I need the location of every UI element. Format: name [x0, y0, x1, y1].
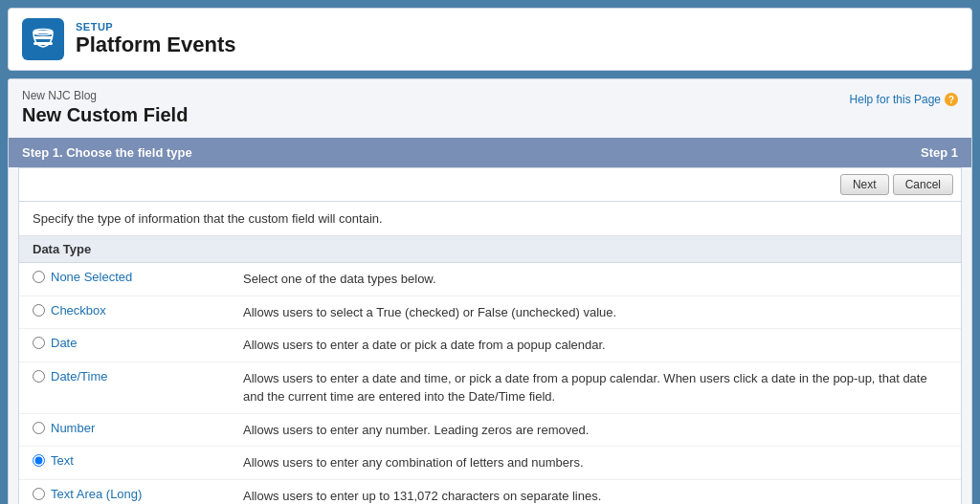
data-type-cell-label: Date	[19, 329, 230, 362]
radio-label-checkbox[interactable]: Checkbox	[33, 303, 216, 318]
radio-date[interactable]	[33, 337, 45, 349]
radio-checkbox[interactable]	[33, 304, 45, 317]
data-type-row: TextAllows users to enter any combinatio…	[19, 447, 961, 480]
data-type-cell-desc: Allows users to enter any number. Leadin…	[230, 413, 961, 447]
radio-number[interactable]	[33, 422, 45, 434]
data-type-cell-desc: Allows users to enter up to 131,072 char…	[230, 479, 961, 504]
header-text: SETUP Platform Events	[76, 21, 236, 57]
data-type-cell-desc: Allows users to enter any combination of…	[230, 447, 961, 480]
help-link-text: Help for this Page	[850, 93, 941, 106]
svg-rect-0	[33, 31, 53, 33]
page-subtitle: New Custom Field	[22, 104, 188, 126]
content-area: Next Cancel Specify the type of informat…	[18, 167, 962, 504]
data-type-row: None SelectedSelect one of the data type…	[19, 263, 961, 296]
radio-label-none[interactable]: None Selected	[33, 270, 216, 284]
data-type-header: Data Type	[19, 236, 961, 263]
data-type-row: CheckboxAllows users to select a True (c…	[19, 296, 961, 329]
page-header-left: New NJC Blog New Custom Field	[22, 89, 188, 126]
svg-rect-1	[33, 36, 53, 39]
top-button-bar: Next Cancel	[19, 168, 961, 202]
step-label: Step 1	[921, 145, 958, 160]
description-text: Specify the type of information that the…	[19, 202, 961, 236]
help-icon: ?	[945, 93, 958, 106]
radio-text-textarea: Text Area (Long)	[51, 487, 142, 501]
radio-label-date[interactable]: Date	[33, 336, 216, 350]
breadcrumb: New NJC Blog	[22, 89, 188, 102]
data-type-cell-desc: Select one of the data types below.	[230, 263, 961, 296]
radio-label-textarea[interactable]: Text Area (Long)	[33, 487, 216, 501]
cancel-button-top[interactable]: Cancel	[893, 174, 953, 195]
app-header: SETUP Platform Events	[8, 8, 972, 71]
data-type-row: Text Area (Long)Allows users to enter up…	[19, 479, 961, 504]
help-link[interactable]: Help for this Page ?	[850, 93, 958, 106]
radio-text-number: Number	[51, 421, 95, 435]
app-icon	[22, 18, 64, 60]
data-type-row: Date/TimeAllows users to enter a date an…	[19, 362, 961, 413]
data-type-cell-label: Text	[19, 447, 230, 480]
radio-text-checkbox: Checkbox	[51, 303, 106, 318]
data-type-table: None SelectedSelect one of the data type…	[19, 263, 961, 504]
radio-label-text[interactable]: Text	[33, 453, 216, 468]
data-type-cell-label: Text Area (Long)	[19, 479, 230, 504]
radio-datetime[interactable]	[33, 370, 45, 383]
radio-text-none: None Selected	[51, 270, 132, 284]
next-button-top[interactable]: Next	[840, 174, 889, 195]
data-type-cell-desc: Allows users to enter a date or pick a d…	[230, 329, 961, 362]
step-bar: Step 1. Choose the field type Step 1	[9, 138, 971, 167]
data-type-row: NumberAllows users to enter any number. …	[19, 413, 961, 447]
radio-text-text: Text	[51, 453, 74, 468]
setup-label: SETUP	[76, 21, 236, 33]
radio-text-datetime: Date/Time	[51, 369, 107, 383]
data-type-cell-label: Date/Time	[19, 362, 230, 413]
data-type-cell-label: Checkbox	[19, 296, 230, 329]
radio-text-date: Date	[51, 336, 77, 350]
data-type-cell-label: Number	[19, 413, 230, 447]
header-page-title: Platform Events	[76, 33, 236, 57]
radio-label-datetime[interactable]: Date/Time	[33, 369, 216, 383]
radio-text[interactable]	[33, 454, 45, 467]
data-type-row: DateAllows users to enter a date or pick…	[19, 329, 961, 362]
data-type-cell-desc: Allows users to select a True (checked) …	[230, 296, 961, 329]
radio-none[interactable]	[33, 271, 45, 283]
main-content: New NJC Blog New Custom Field Help for t…	[8, 78, 972, 504]
radio-textarea[interactable]	[33, 488, 45, 500]
radio-label-number[interactable]: Number	[33, 421, 216, 435]
page-header: New NJC Blog New Custom Field Help for t…	[9, 79, 971, 130]
data-type-cell-desc: Allows users to enter a date and time, o…	[230, 362, 961, 413]
step-title: Step 1. Choose the field type	[22, 145, 192, 160]
data-type-cell-label: None Selected	[19, 263, 230, 296]
